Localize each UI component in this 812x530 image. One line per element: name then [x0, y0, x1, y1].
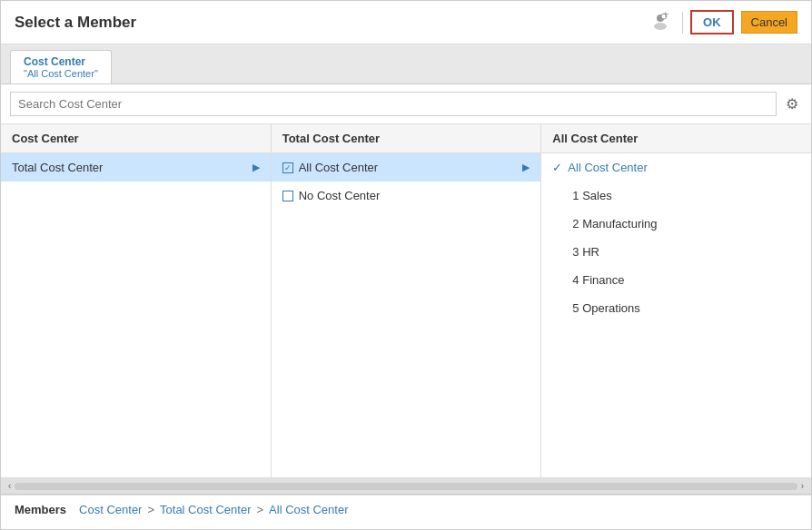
col2-checkbox-none[interactable] — [282, 191, 293, 201]
horizontal-scrollbar: ‹ › — [1, 478, 811, 495]
col2-item-all-cost-center[interactable]: All Cost Center ▶ — [272, 153, 541, 182]
breadcrumb-cost-center[interactable]: Cost Center — [79, 503, 142, 516]
gear-icon-button[interactable]: ⚙ — [782, 93, 802, 114]
col2-item-no-cost-center[interactable]: No Cost Center — [272, 182, 541, 210]
scroll-right-button[interactable]: › — [797, 481, 807, 491]
scroll-track[interactable] — [15, 483, 797, 490]
column-browser: Cost Center Total Cost Center ▶ Total Co… — [1, 124, 811, 478]
column-2: Total Cost Center All Cost Center ▶ No C… — [272, 124, 542, 477]
footer-breadcrumb: Members Cost Center > Total Cost Center … — [1, 495, 811, 524]
cost-center-tab[interactable]: Cost Center "All Cost Center" — [10, 50, 112, 83]
user-icon-button[interactable]: + — [646, 10, 675, 34]
cancel-button[interactable]: Cancel — [741, 11, 797, 34]
tab-title: Cost Center — [24, 55, 98, 68]
col2-header: Total Cost Center — [272, 124, 541, 153]
breadcrumb-total-cost-center[interactable]: Total Cost Center — [160, 503, 251, 516]
col2-item-label-none: No Cost Center — [299, 189, 530, 202]
dialog-title: Select a Member — [15, 14, 136, 32]
breadcrumb-all-cost-center[interactable]: All Cost Center — [269, 503, 348, 516]
col3-item-label-finance: 4 Finance — [572, 273, 624, 287]
col2-item-label-all: All Cost Center — [299, 161, 523, 174]
col1-header: Cost Center — [1, 124, 271, 153]
breadcrumb-sep-2: > — [256, 503, 263, 516]
col3-item-1-sales[interactable]: 1 Sales — [541, 182, 811, 210]
search-bar: ⚙ — [1, 84, 811, 124]
ok-button[interactable]: OK — [690, 10, 734, 34]
col3-item-label-manufacturing: 2 Manufacturing — [572, 217, 657, 231]
svg-text:+: + — [662, 12, 669, 21]
column-1: Cost Center Total Cost Center ▶ — [1, 124, 272, 477]
col3-check-icon: ✓ — [552, 161, 562, 174]
col2-arrow-icon-all: ▶ — [522, 162, 530, 173]
col3-item-4-finance[interactable]: 4 Finance — [541, 266, 811, 294]
col2-checkbox-all[interactable] — [282, 162, 293, 173]
scroll-left-button[interactable]: ‹ — [5, 481, 15, 491]
col1-item-label: Total Cost Center — [12, 161, 253, 174]
footer-members-label: Members — [15, 503, 66, 516]
col3-header: All Cost Center — [541, 124, 811, 153]
col3-item-label-operations: 5 Operations — [572, 301, 639, 315]
col3-item-3-hr[interactable]: 3 HR — [541, 238, 811, 266]
tab-subtitle: "All Cost Center" — [24, 68, 98, 79]
svg-point-1 — [654, 23, 667, 30]
header-actions: + OK Cancel — [646, 10, 797, 34]
col3-item-all-cost-center[interactable]: ✓ All Cost Center — [541, 153, 811, 182]
col1-item-total-cost-center[interactable]: Total Cost Center ▶ — [1, 153, 271, 182]
col3-item-5-operations[interactable]: 5 Operations — [541, 294, 811, 322]
col3-item-label-hr: 3 HR — [572, 245, 599, 259]
header-divider — [682, 12, 683, 34]
col3-item-2-manufacturing[interactable]: 2 Manufacturing — [541, 210, 811, 238]
col1-arrow-icon: ▶ — [253, 162, 260, 173]
col3-item-label-all: All Cost Center — [568, 161, 647, 174]
breadcrumb-sep-1: > — [147, 503, 154, 516]
column-3: All Cost Center ✓ All Cost Center 1 Sale… — [541, 124, 811, 477]
search-input[interactable] — [10, 92, 777, 116]
dialog-header: Select a Member + OK Cancel — [1, 1, 811, 44]
tab-bar: Cost Center "All Cost Center" — [1, 44, 811, 84]
col3-item-label-sales: 1 Sales — [572, 189, 611, 202]
